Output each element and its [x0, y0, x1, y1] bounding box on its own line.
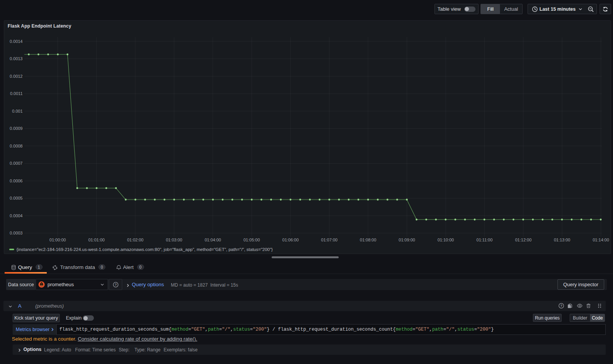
svg-text:01:01:00: 01:01:00: [88, 238, 105, 242]
svg-text:0.0007: 0.0007: [10, 161, 23, 166]
svg-text:0.001: 0.001: [12, 109, 23, 113]
svg-text:0.0008: 0.0008: [10, 144, 23, 148]
svg-text:01:09:00: 01:09:00: [399, 238, 415, 242]
svg-text:01:03:00: 01:03:00: [166, 238, 182, 242]
svg-text:0.0012: 0.0012: [10, 74, 23, 79]
svg-text:0.0011: 0.0011: [10, 91, 23, 96]
svg-text:01:10:00: 01:10:00: [438, 238, 454, 242]
svg-text:01:08:00: 01:08:00: [360, 238, 376, 242]
svg-text:0.0005: 0.0005: [10, 196, 23, 200]
svg-text:0.0006: 0.0006: [10, 179, 23, 183]
svg-text:01:04:00: 01:04:00: [205, 238, 221, 242]
svg-text:0.0004: 0.0004: [10, 213, 23, 218]
svg-text:?: ?: [560, 304, 562, 308]
svg-text:01:05:00: 01:05:00: [243, 238, 260, 242]
svg-text:0.0003: 0.0003: [10, 231, 23, 235]
svg-text:01:07:00: 01:07:00: [321, 238, 338, 242]
svg-text:01:06:00: 01:06:00: [282, 238, 299, 242]
svg-text:01:12:00: 01:12:00: [515, 238, 531, 242]
svg-text:01:00:00: 01:00:00: [49, 238, 66, 242]
svg-text:01:11:00: 01:11:00: [477, 238, 493, 242]
svg-text:0.0013: 0.0013: [10, 56, 23, 61]
svg-text:0.0014: 0.0014: [10, 39, 23, 44]
svg-text:?: ?: [115, 283, 116, 287]
svg-text:01:14:00: 01:14:00: [593, 238, 609, 242]
svg-text:01:13:00: 01:13:00: [554, 238, 570, 242]
svg-text:0.0009: 0.0009: [10, 126, 23, 131]
svg-text:01:02:00: 01:02:00: [127, 238, 144, 242]
